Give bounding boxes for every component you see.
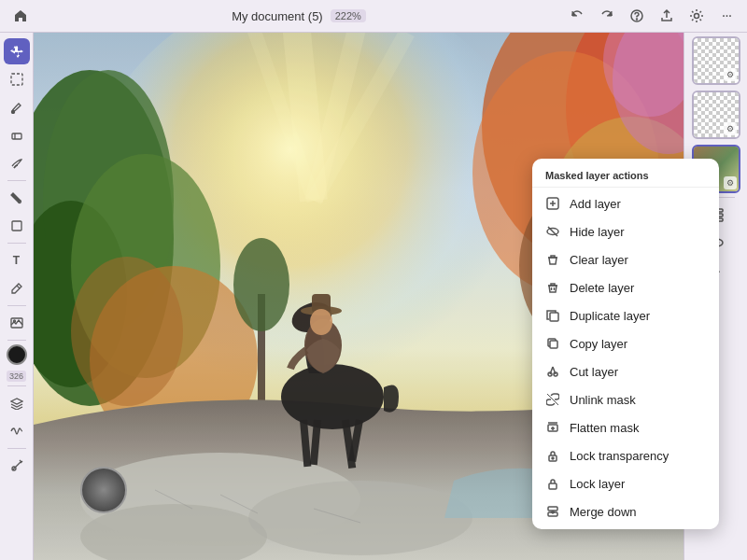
svg-line-9 xyxy=(17,286,20,288)
settings-button[interactable] xyxy=(685,5,708,27)
duplicate-layer-icon xyxy=(545,308,560,323)
unlink-mask-icon xyxy=(545,392,560,407)
toolbar-divider-6 xyxy=(7,448,26,449)
undo-button[interactable] xyxy=(566,5,588,27)
svg-rect-4 xyxy=(11,74,22,85)
layer-thumbnail-1[interactable]: ⚙ xyxy=(692,36,740,85)
layer-2-gear-icon[interactable]: ⚙ xyxy=(724,122,737,135)
brush-indicator[interactable] xyxy=(80,467,127,513)
zoom-level[interactable]: 222% xyxy=(331,9,366,22)
document-title-area: My document (5) 222% xyxy=(232,9,366,23)
svg-rect-6 xyxy=(12,133,21,139)
hide-layer-item[interactable]: Hide layer xyxy=(532,217,719,245)
svg-rect-8 xyxy=(12,221,21,231)
delete-layer-item[interactable]: Delete layer xyxy=(532,273,719,301)
more-button[interactable]: ··· xyxy=(715,5,738,27)
top-bar-right: ··· xyxy=(566,5,738,27)
help-button[interactable] xyxy=(626,5,648,27)
layer-1-gear-icon[interactable]: ⚙ xyxy=(724,68,737,81)
svg-line-12 xyxy=(12,461,21,470)
layers-tool[interactable] xyxy=(4,390,30,416)
svg-rect-64 xyxy=(550,313,558,321)
svg-rect-73 xyxy=(549,483,557,489)
brush-size-display[interactable]: 326 xyxy=(7,371,26,382)
document-title: My document (5) xyxy=(232,9,323,23)
add-layer-item[interactable]: Add layer xyxy=(532,189,719,217)
duplicate-layer-item[interactable]: Duplicate layer xyxy=(532,301,719,329)
smudge-tool[interactable] xyxy=(4,150,30,176)
toolbar-divider-1 xyxy=(7,180,26,181)
shape-tool[interactable] xyxy=(4,213,30,239)
svg-point-1 xyxy=(637,19,638,20)
fill-tool[interactable] xyxy=(4,185,30,211)
redo-button[interactable] xyxy=(596,5,618,27)
svg-rect-65 xyxy=(550,341,557,348)
svg-point-5 xyxy=(11,111,14,114)
merge-down-icon xyxy=(545,504,560,519)
svg-point-72 xyxy=(552,457,554,459)
lock-layer-item[interactable]: Lock layer xyxy=(532,469,719,497)
home-button[interactable] xyxy=(9,5,32,27)
top-bar-left xyxy=(9,5,32,27)
brush-tool[interactable] xyxy=(4,94,30,120)
share-button[interactable] xyxy=(655,5,678,27)
copy-layer-icon xyxy=(545,336,560,351)
clear-layer-icon xyxy=(545,252,560,267)
merge-down-item[interactable]: Merge down xyxy=(532,497,719,525)
svg-rect-74 xyxy=(548,507,557,511)
svg-point-2 xyxy=(695,14,699,19)
color-picker[interactable] xyxy=(7,344,27,365)
lock-transparency-icon xyxy=(545,448,560,463)
unlink-mask-item[interactable]: Unlink mask xyxy=(532,385,719,413)
move-tool[interactable] xyxy=(4,38,30,64)
toolbar-divider-4 xyxy=(7,340,26,341)
eyedropper-tool[interactable] xyxy=(4,275,30,301)
top-bar: My document (5) 222% xyxy=(0,0,747,33)
cut-layer-icon xyxy=(545,364,560,379)
toolbar-divider-5 xyxy=(7,385,26,386)
clear-layer-item[interactable]: Clear layer xyxy=(532,245,719,273)
main-area: My document (5) 222% xyxy=(0,0,747,560)
selection-tool[interactable] xyxy=(4,66,30,92)
context-menu: Masked layer actions Add layer Hid xyxy=(532,159,719,529)
left-toolbar: T 326 xyxy=(0,33,34,560)
lock-layer-icon xyxy=(545,476,560,491)
toolbar-divider-3 xyxy=(7,305,26,306)
toolbar-divider-2 xyxy=(7,243,26,244)
text-tool[interactable]: T xyxy=(4,247,30,273)
flatten-mask-icon xyxy=(545,420,560,435)
add-layer-icon xyxy=(545,196,560,211)
layer-thumbnail-2[interactable]: ⚙ xyxy=(692,91,740,139)
delete-layer-icon xyxy=(545,280,560,295)
flatten-mask-item[interactable]: Flatten mask xyxy=(532,413,719,441)
hide-layer-icon xyxy=(545,224,560,239)
image-tool[interactable] xyxy=(4,310,30,336)
cut-layer-item[interactable]: Cut layer xyxy=(532,357,719,385)
eraser-tool[interactable] xyxy=(4,122,30,148)
wave-tool[interactable] xyxy=(4,418,30,444)
copy-layer-item[interactable]: Copy layer xyxy=(532,329,719,357)
layer-3-gear-icon[interactable]: ⚙ xyxy=(724,176,737,189)
lock-transparency-item[interactable]: Lock transparency xyxy=(532,441,719,469)
wand-tool[interactable] xyxy=(4,453,30,479)
context-menu-title: Masked layer actions xyxy=(532,162,719,188)
